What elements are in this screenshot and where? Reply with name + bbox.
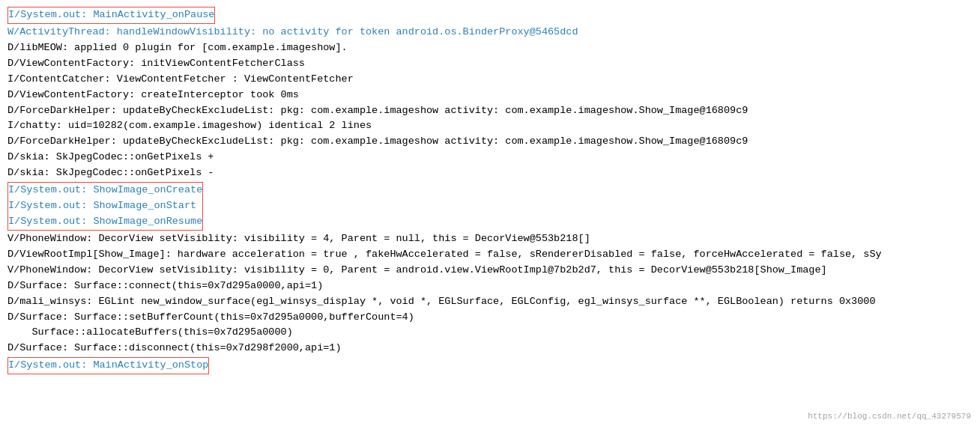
log-line-line7: D/ForceDarkHelper: updateByCheckExcludeL…: [7, 103, 973, 119]
log-line-line15: V/PhoneWindow: DecorView setVisiblity: v…: [7, 231, 973, 247]
showimage-group-box: I/System.out: ShowImage_onCreateI/System…: [7, 182, 203, 231]
log-line-line6: D/ViewContentFactory: createInterceptor …: [7, 88, 973, 103]
log-line-line17: V/PhoneWindow: DecorView setVisiblity: v…: [7, 263, 973, 279]
log-line-line13: I/System.out: ShowImage_onStart: [8, 198, 202, 214]
log-line-line21: Surface::allocateBuffers(this=0x7d295a00…: [7, 325, 973, 341]
log-line-line11: D/skia: SkJpegCodec::onGetPixels -: [7, 165, 973, 181]
log-line-line19: D/mali_winsys: EGLint new_window_surface…: [7, 294, 973, 310]
log-line-line23: I/System.out: MainActivity_onStop: [8, 358, 208, 374]
log-line-line8: I/chatty: uid=10282(com.example.imagesho…: [7, 118, 973, 134]
log-line-line4: D/ViewContentFactory: initViewContentFet…: [7, 56, 973, 72]
log-line-line3: D/libMEOW: applied 0 plugin for [com.exa…: [7, 40, 973, 56]
log-container: I/System.out: MainActivity_onPause W/Act…: [7, 6, 973, 375]
watermark: https://blog.csdn.net/qq_43279579: [808, 410, 971, 423]
log-line-line18: D/Surface: Surface::connect(this=0x7d295…: [7, 279, 973, 294]
log-line-line14: I/System.out: ShowImage_onResume: [8, 214, 202, 230]
box-line1: I/System.out: MainActivity_onPause: [7, 7, 215, 24]
log-line-line20: D/Surface: Surface::setBufferCount(this=…: [7, 310, 973, 326]
log-line-line12: I/System.out: ShowImage_onCreate: [8, 183, 202, 198]
log-line-line1: I/System.out: MainActivity_onPause: [8, 7, 214, 23]
log-line-line5: I/ContentCatcher: ViewContentFetcher : V…: [7, 72, 973, 88]
log-line-line16: D/ViewRootImpl[Show_Image]: hardware acc…: [7, 247, 973, 263]
log-line-line2: W/ActivityThread: handleWindowVisibility…: [7, 25, 973, 40]
log-line-line9: D/ForceDarkHelper: updateByCheckExcludeL…: [7, 134, 973, 150]
box-line23: I/System.out: MainActivity_onStop: [7, 357, 209, 374]
log-line-line10: D/skia: SkJpegCodec::onGetPixels +: [7, 150, 973, 165]
log-line-line22: D/Surface: Surface::disconnect(this=0x7d…: [7, 341, 973, 356]
